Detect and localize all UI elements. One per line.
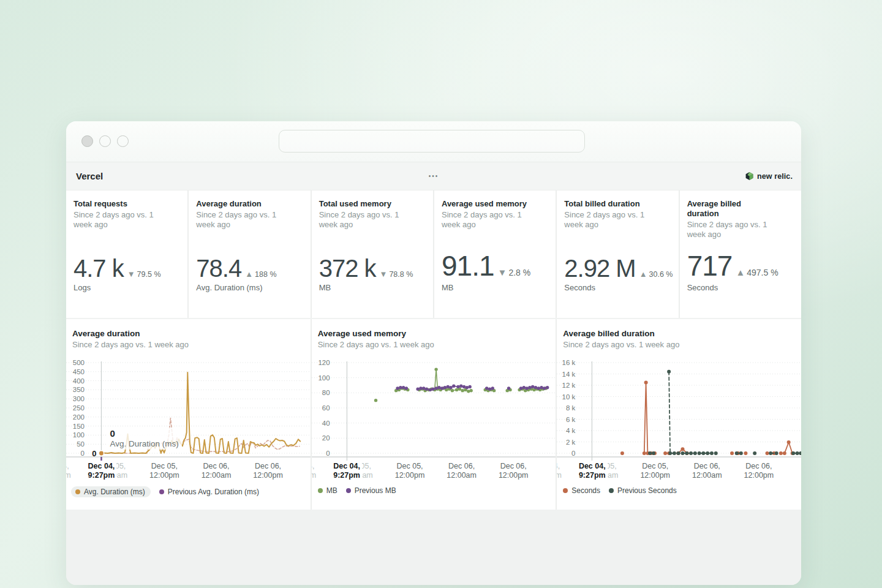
stat-unit: Avg. Duration (ms) [196, 283, 303, 292]
chart-legend: MBPrevious MB [312, 484, 556, 497]
chart-cards-row: Average duration Since 2 days ago vs. 1 … [66, 319, 801, 510]
y-axis-label: 100 [66, 431, 85, 439]
browser-window: Vercel ••• new relic. Total requests Sin… [66, 121, 801, 585]
y-axis-label: 0 [66, 450, 85, 457]
brand-text: new relic. [757, 172, 793, 181]
x-axis-tick: Dec 06,12:00pm [499, 462, 529, 480]
x-axis-tick: Dec 06,12:00pm [744, 462, 774, 480]
x-axis-labels: Dec 04,12:00pmDec 05,12:00amDec 05,12:00… [312, 461, 556, 484]
y-axis-label: 0 [557, 450, 575, 457]
chart-canvas[interactable] [557, 356, 801, 461]
y-axis-label: 60 [312, 404, 330, 412]
stat-title: Total billed duration [564, 199, 671, 209]
legend-label: Previous Seconds [617, 486, 677, 495]
legend-item[interactable]: Avg. Duration (ms) [71, 486, 151, 497]
delta-percent: 497.5 % [747, 268, 778, 277]
legend-item[interactable]: MB [318, 486, 337, 495]
stat-cards-row: Total requests Since 2 days ago vs. 1 we… [66, 190, 801, 318]
stat-unit: MB [319, 283, 426, 292]
stat-card-total-used-memory: Total used memory Since 2 days ago vs. 1… [312, 190, 433, 318]
x-axis-tick: Dec 05,12:00pm [395, 462, 425, 480]
chart-subtitle: Since 2 days ago vs. 1 week ago [318, 340, 550, 349]
chart-plot-area[interactable]: 020406080100120 [312, 356, 556, 461]
chart-plot-area[interactable]: 05010015020025030035040045050000Avg. Dur… [66, 356, 311, 461]
chart-title: Average duration [72, 329, 304, 338]
chart-legend: Avg. Duration (ms)Previous Avg. Duration… [66, 484, 311, 500]
y-axis-label: 6 k [557, 416, 575, 423]
chart-plot-area[interactable]: 02 k4 k6 k8 k10 k12 k14 k16 k [557, 356, 801, 461]
new-relic-brand[interactable]: new relic. [745, 172, 793, 181]
stat-card-average-used-memory: Average used memory Since 2 days ago vs.… [434, 190, 556, 318]
x-axis-tick: Dec 04,12:00pm [312, 462, 317, 480]
stat-card-average-duration: Average duration Since 2 days ago vs. 1 … [189, 190, 310, 318]
delta-down-icon: ▼ [498, 267, 507, 277]
legend-label: Seconds [571, 486, 600, 495]
legend-dot-icon [159, 489, 164, 494]
stat-card-average-billed-duration: Average billed duration Since 2 days ago… [680, 190, 801, 318]
delta-percent: 2.8 % [508, 268, 530, 277]
y-axis-label: 8 k [557, 404, 575, 412]
stat-title: Average duration [196, 199, 303, 209]
y-axis-label: 80 [312, 389, 330, 396]
stat-subtitle: Since 2 days ago vs. 1 week ago [196, 210, 288, 230]
y-axis-label: 0 [312, 450, 330, 457]
legend-dot-icon [318, 488, 323, 493]
legend-item[interactable]: Seconds [563, 486, 600, 495]
y-axis-label: 450 [66, 368, 85, 375]
chart-canvas[interactable] [312, 356, 556, 461]
chart-canvas[interactable] [66, 356, 311, 461]
x-axis-tick: Dec 06,12:00pm [253, 462, 283, 480]
y-axis-label: 50 [66, 440, 85, 448]
legend-item[interactable]: Previous Avg. Duration (ms) [159, 488, 259, 496]
stat-title: Total requests [74, 199, 180, 209]
y-axis-label: 400 [66, 377, 85, 385]
stat-subtitle: Since 2 days ago vs. 1 week ago [319, 210, 411, 230]
legend-item[interactable]: Previous Seconds [609, 486, 677, 495]
y-axis-label: 2 k [557, 439, 575, 446]
legend-label: Previous Avg. Duration (ms) [168, 488, 259, 496]
delta-percent: 30.6 % [649, 270, 673, 279]
x-axis-labels: Dec 04,12:00pmDec 05,12:00amDec 05,12:00… [557, 461, 801, 484]
stat-value: 2.92 M [564, 255, 635, 282]
stat-value: 372 k [319, 255, 376, 282]
y-axis-label: 150 [66, 423, 85, 430]
x-axis-tick: Dec 04,9:27pm [86, 462, 117, 480]
x-axis-tick: Dec 06,12:00am [692, 462, 722, 480]
delta-up-icon: ▲ [639, 270, 647, 279]
legend-dot-icon [346, 488, 351, 493]
x-axis-tick: Dec 06,12:00am [202, 462, 232, 480]
stat-subtitle: Since 2 days ago vs. 1 week ago [74, 210, 165, 230]
stat-unit: Logs [74, 283, 180, 292]
x-axis-tick: Dec 05,12:00pm [640, 462, 670, 480]
x-axis-tick: Dec 04,12:00pm [557, 462, 562, 480]
window-close-button[interactable] [81, 135, 93, 147]
y-axis-label: 16 k [557, 359, 575, 366]
y-axis-label: 40 [312, 420, 330, 427]
url-bar-input[interactable] [279, 130, 585, 153]
legend-item[interactable]: Previous MB [346, 486, 396, 495]
y-axis-label: 20 [312, 434, 330, 442]
chart-subtitle: Since 2 days ago vs. 1 week ago [72, 340, 304, 349]
legend-dot-icon [75, 489, 80, 494]
delta-down-icon: ▼ [127, 270, 135, 279]
page-title: Vercel [76, 171, 103, 181]
delta-up-icon: ▲ [736, 267, 745, 277]
legend-dot-icon [609, 488, 614, 493]
window-minimize-button[interactable] [99, 135, 111, 147]
legend-label: Previous MB [355, 486, 396, 495]
x-axis-tick: Dec 06,12:00am [447, 462, 477, 480]
stat-value: 78.4 [196, 255, 241, 282]
window-maximize-button[interactable] [117, 135, 129, 147]
y-axis-label: 250 [66, 404, 85, 412]
delta-percent: 79.5 % [137, 270, 161, 279]
stat-value: 91.1 [442, 249, 494, 282]
stat-subtitle: Since 2 days ago vs. 1 week ago [442, 210, 533, 230]
dashboard-background [66, 510, 801, 585]
x-axis-tick: Dec 04,9:27pm [577, 462, 608, 480]
more-options-icon[interactable]: ••• [429, 173, 439, 179]
series-previous-seconds [648, 370, 801, 455]
stat-subtitle: Since 2 days ago vs. 1 week ago [564, 210, 656, 230]
x-axis-tick: Dec 05,12:00pm [149, 462, 179, 480]
y-axis-label: 300 [66, 395, 85, 402]
x-axis-tick: Dec 04,9:27pm [331, 462, 362, 480]
